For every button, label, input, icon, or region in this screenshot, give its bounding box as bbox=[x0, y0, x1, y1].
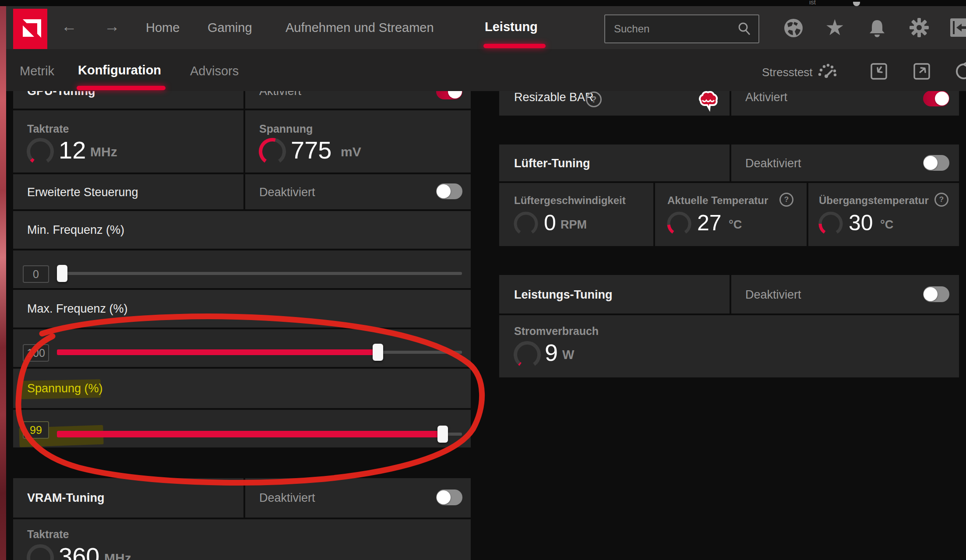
power-draw-gauge bbox=[513, 341, 541, 369]
current-temp-cell: Aktuelle Temperatur ? 27 °C bbox=[655, 183, 807, 246]
nav-tab-home[interactable]: Home bbox=[146, 21, 180, 35]
import-profile-icon[interactable] bbox=[870, 62, 888, 82]
voltage-percent-value-box[interactable]: 99 bbox=[23, 421, 49, 439]
gpu-clock-unit: MHz bbox=[90, 144, 117, 159]
back-arrow-icon[interactable]: ← bbox=[61, 18, 77, 34]
fan-speed-unit: RPM bbox=[561, 218, 587, 232]
gpu-clock-gauge bbox=[26, 137, 54, 166]
favorites-star-icon[interactable]: ★ bbox=[825, 17, 845, 39]
gpu-voltage-gauge bbox=[258, 137, 286, 166]
max-frequency-header-cell: Max. Frequenz (%) bbox=[13, 290, 471, 328]
export-profile-icon[interactable] bbox=[913, 62, 931, 82]
max-frequency-label: Max. Frequenz (%) bbox=[27, 302, 128, 316]
settings-gear-icon[interactable] bbox=[908, 17, 930, 40]
power-draw-unit: W bbox=[562, 348, 574, 362]
desktop-wallpaper-sliver bbox=[0, 0, 6, 560]
fan-speed-value: 0 bbox=[544, 210, 556, 236]
amd-logo[interactable] bbox=[13, 9, 47, 49]
power-draw-value: 9 bbox=[545, 339, 558, 366]
gpu-voltage-value: 775 bbox=[291, 136, 331, 164]
junction-temp-label: Übergangstemperatur bbox=[819, 194, 929, 207]
gpu-voltage-label: Spannung bbox=[259, 123, 313, 135]
vram-tuning-header-cell: VRAM-Tuning bbox=[13, 478, 243, 518]
power-tuning-status-cell: Deaktiviert bbox=[731, 275, 959, 313]
stresstest-label[interactable]: Stresstest bbox=[762, 66, 813, 79]
subnav-tab-advisors[interactable]: Advisors bbox=[190, 64, 239, 78]
help-icon[interactable]: ? bbox=[779, 193, 793, 207]
max-frequency-slider-cell: 100 bbox=[13, 329, 471, 367]
radeon-software-window: ist ← → Home Gaming Aufnehmen und Stream… bbox=[0, 0, 966, 560]
min-frequency-slider[interactable] bbox=[57, 272, 462, 275]
fan-speed-cell: Lüftergeschwindigkeit 0 RPM bbox=[499, 183, 653, 246]
power-tuning-status: Deaktiviert bbox=[745, 288, 801, 302]
vram-tuning-status: Deaktiviert bbox=[259, 491, 315, 505]
fan-tuning-header-cell: Lüfter-Tuning bbox=[499, 144, 730, 181]
fan-speed-label: Lüftergeschwindigkeit bbox=[514, 194, 626, 207]
fan-speed-gauge bbox=[513, 211, 539, 236]
nav-tab-aufnehmen-und-streamen[interactable]: Aufnehmen und Streamen bbox=[286, 21, 434, 35]
stresstest-speedometer-icon[interactable] bbox=[816, 61, 837, 82]
voltage-percent-label: Spannung (%) bbox=[27, 382, 103, 395]
vram-clock-unit: MHz bbox=[104, 551, 131, 560]
advanced-control-status-cell: Deaktiviert bbox=[245, 174, 471, 209]
power-tuning-title: Leistungs-Tuning bbox=[514, 288, 612, 302]
background-window-strip: ist bbox=[0, 0, 966, 6]
advanced-control-label: Erweiterte Steuerung bbox=[27, 186, 138, 199]
gpu-clock-cell: Taktrate 12 MHz bbox=[13, 110, 243, 173]
subnav-tab-konfiguration[interactable]: Konfiguration bbox=[78, 63, 161, 77]
fan-tuning-title: Lüfter-Tuning bbox=[514, 157, 590, 170]
min-frequency-header-cell: Min. Frequenz (%) bbox=[13, 211, 471, 249]
resizable-bar-label: Resizable BAR bbox=[514, 91, 594, 104]
min-frequency-slider-handle[interactable] bbox=[57, 265, 67, 282]
max-frequency-slider-handle[interactable] bbox=[373, 344, 383, 361]
nav-tab-gaming[interactable]: Gaming bbox=[208, 21, 252, 35]
gpu-voltage-unit: mV bbox=[341, 144, 361, 159]
power-tuning-header-cell: Leistungs-Tuning bbox=[499, 275, 730, 313]
voltage-percent-header-cell: Spannung (%) bbox=[13, 369, 471, 408]
vram-tuning-status-cell: Deaktiviert bbox=[245, 478, 471, 518]
fan-tuning-toggle[interactable] bbox=[923, 155, 949, 171]
junction-temp-value: 30 bbox=[849, 210, 873, 236]
advanced-control-cell: Erweiterte Steuerung bbox=[13, 174, 243, 209]
min-frequency-label: Min. Frequenz (%) bbox=[27, 223, 124, 237]
help-icon[interactable]: ? bbox=[934, 193, 948, 207]
current-temp-unit: °C bbox=[729, 218, 742, 232]
advanced-control-status: Deaktiviert bbox=[259, 186, 315, 199]
search-icon[interactable] bbox=[737, 21, 752, 37]
vram-clock-gauge bbox=[26, 544, 54, 560]
reset-icon[interactable] bbox=[954, 61, 966, 83]
background-window-text: ist bbox=[809, 0, 816, 6]
active-tab-underline bbox=[483, 44, 546, 48]
background-window-icon bbox=[853, 2, 860, 6]
gpu-clock-label: Taktrate bbox=[27, 123, 69, 135]
fan-tuning-status-cell: Deaktiviert bbox=[731, 144, 959, 181]
slider-fill bbox=[57, 431, 443, 437]
gpu-clock-value: 12 bbox=[59, 136, 86, 164]
power-tuning-toggle[interactable] bbox=[923, 286, 949, 302]
voltage-percent-slider-cell: 99 bbox=[13, 410, 471, 447]
resizable-bar-toggle[interactable] bbox=[923, 91, 949, 106]
current-temp-value: 27 bbox=[697, 210, 722, 236]
min-frequency-value-box[interactable]: 0 bbox=[23, 265, 49, 283]
voltage-percent-slider[interactable] bbox=[57, 433, 462, 436]
power-draw-cell: Stromverbrauch 9 W bbox=[499, 315, 959, 377]
resizable-bar-status: Aktiviert bbox=[745, 91, 787, 104]
junction-temp-gauge bbox=[818, 211, 843, 236]
nav-tab-leistung[interactable]: Leistung bbox=[485, 20, 538, 34]
search-input[interactable]: Suchen bbox=[604, 14, 759, 43]
globe-icon[interactable] bbox=[783, 18, 804, 40]
advanced-control-toggle[interactable] bbox=[436, 183, 462, 199]
notifications-bell-icon[interactable] bbox=[867, 18, 887, 40]
min-frequency-slider-cell: 0 bbox=[13, 250, 471, 288]
forward-arrow-icon[interactable]: → bbox=[104, 18, 120, 34]
junction-temp-cell: Übergangstemperatur ? 30 °C bbox=[808, 183, 959, 246]
vram-clock-cell: Taktrate 360 MHz bbox=[13, 519, 471, 560]
vram-tuning-toggle[interactable] bbox=[436, 490, 462, 505]
max-frequency-slider[interactable] bbox=[57, 351, 462, 354]
max-frequency-value-box[interactable]: 100 bbox=[23, 344, 49, 362]
voltage-percent-slider-handle[interactable] bbox=[437, 426, 448, 443]
help-icon[interactable]: ? bbox=[586, 92, 602, 107]
subnav-tab-metrik[interactable]: Metrik bbox=[20, 64, 54, 78]
brain-icon bbox=[695, 88, 723, 116]
dock-left-icon[interactable] bbox=[950, 18, 966, 39]
